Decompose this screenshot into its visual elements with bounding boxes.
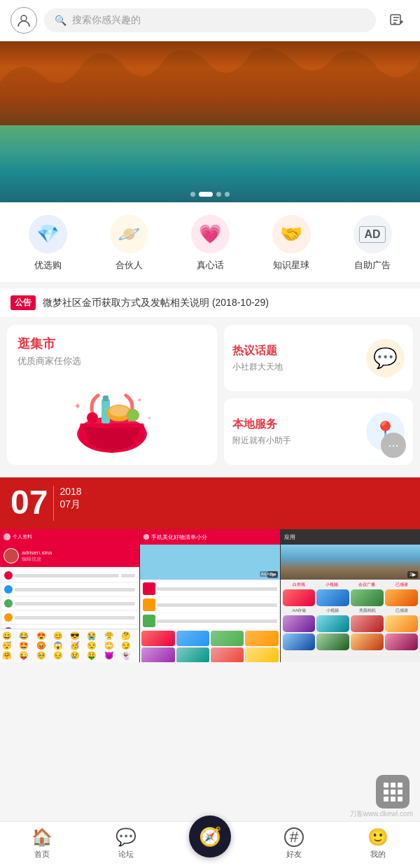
- search-icon: 🔍: [55, 15, 66, 26]
- profile-bar: adrisen.sina 编辑信息: [0, 545, 139, 567]
- nav-truth[interactable]: 💗 真心话: [191, 215, 230, 272]
- svg-rect-7: [103, 396, 108, 401]
- search-placeholder-text: 搜索你感兴趣的: [72, 14, 141, 27]
- local-service-info: 本地服务 附近就有小助手: [232, 417, 291, 447]
- knowledge-planet-label: 知识星球: [273, 259, 309, 272]
- feed-month-year: 2018 07月: [59, 486, 81, 511]
- screen2-list: [140, 580, 279, 662]
- watermark: 刀客www.dkewl.com: [349, 809, 413, 819]
- screen3-apps: 白类视 小视频 会议广播 已感谢 AA存储 小视频 美颜相机: [281, 580, 420, 662]
- nav-self-ad[interactable]: AD 自助广告: [354, 215, 392, 272]
- profile-icon: 🙂: [368, 827, 388, 847]
- fab-button[interactable]: [376, 775, 410, 808]
- right-cards-column: 热议话题 小社群大天地 💬 本地服务 附近就有小助手 📍 ···: [224, 325, 413, 465]
- partner-icon: 🪐: [110, 215, 148, 253]
- svg-text:✦: ✦: [147, 415, 152, 421]
- nav-profile-label: 我的: [370, 849, 386, 860]
- local-service-card[interactable]: 本地服务 附近就有小助手 📍 ···: [224, 398, 413, 465]
- nav-partner[interactable]: 🪐 合伙人: [110, 215, 148, 272]
- svg-point-11: [127, 409, 139, 421]
- nav-friends[interactable]: # 好友: [270, 827, 318, 860]
- nav-center-btn[interactable]: 🧭: [186, 830, 234, 858]
- nav-forum-label: 论坛: [118, 849, 134, 860]
- nav-forum[interactable]: 💬 论坛: [102, 827, 150, 860]
- compass-icon: 🧭: [199, 826, 221, 848]
- notice-tag: 公告: [10, 295, 36, 310]
- nav-home[interactable]: 🏠 首页: [18, 827, 66, 860]
- hero-banner[interactable]: [0, 41, 420, 202]
- nav-center-circle[interactable]: 🧭: [189, 816, 231, 858]
- notice-bar[interactable]: 公告 微梦社区金币获取方式及发帖相关说明 (2018-10-29): [0, 288, 420, 318]
- screenshot-panel-1: 个人资料 adrisen.sina 编辑信息: [0, 529, 139, 662]
- hot-topic-title: 热议话题: [232, 344, 283, 358]
- svg-text:✦: ✦: [74, 400, 82, 412]
- hot-topic-card[interactable]: 热议话题 小社群大天地 💬: [224, 325, 413, 391]
- hot-topic-icon: 💬: [366, 339, 405, 377]
- screenshot-header-2: 手机美化好物清单小分: [140, 529, 279, 545]
- banner-water-layer: [0, 125, 420, 202]
- local-service-title: 本地服务: [232, 417, 291, 432]
- partner-label: 合伙人: [115, 259, 143, 272]
- screenshot-panel-3: 应用 3▶ 白类视 小视频 会议广播 已感谢: [281, 529, 420, 662]
- svg-point-0: [21, 15, 27, 21]
- banner-dot-2: [199, 192, 213, 197]
- svg-point-9: [109, 405, 129, 416]
- market-card-subtitle: 优质商家任你选: [18, 355, 206, 368]
- screenshot-panel-2: 手机美化好物清单小分 3▶: [140, 529, 279, 662]
- local-service-subtitle: 附近就有小助手: [232, 435, 291, 447]
- feed-thumb-2[interactable]: 手机美化好物清单小分 3▶: [140, 529, 280, 662]
- nav-profile[interactable]: 🙂 我的: [354, 827, 402, 860]
- feed-day: 07: [10, 486, 48, 519]
- screenshot-header-1: 个人资料: [0, 529, 139, 545]
- feed-thumbnails: 个人资料 adrisen.sina 编辑信息: [0, 529, 420, 662]
- banner-dot-1: [190, 192, 195, 197]
- hot-topic-subtitle: 小社群大天地: [232, 361, 283, 373]
- friends-icon: #: [284, 827, 304, 847]
- cards-section: 逛集市 优质商家任你选: [0, 318, 420, 472]
- truth-label: 真心话: [197, 259, 224, 272]
- user-avatar[interactable]: [10, 7, 37, 34]
- screen3-img: 3▶: [281, 545, 420, 580]
- banner-image: [0, 41, 420, 202]
- feed-month: 07月: [59, 498, 81, 511]
- self-ad-icon: AD: [354, 215, 392, 253]
- feed-divider: [53, 486, 54, 521]
- nav-friends-label: 好友: [286, 849, 302, 860]
- more-button[interactable]: ···: [381, 433, 406, 458]
- banner-dot-3: [216, 192, 221, 197]
- self-ad-label: 自助广告: [354, 259, 391, 272]
- profile-content: [0, 567, 139, 629]
- preferred-shopping-label: 优选购: [34, 259, 62, 272]
- feed-year: 2018: [59, 486, 81, 497]
- feed-thumb-1[interactable]: 个人资料 adrisen.sina 编辑信息: [0, 529, 140, 662]
- notice-text: 微梦社区金币获取方式及发帖相关说明 (2018-10-29): [43, 297, 410, 309]
- search-bar[interactable]: 🔍 搜索你感兴趣的: [44, 8, 376, 32]
- banner-dot-4: [225, 192, 230, 197]
- ad-label: Ad ABra: [260, 571, 278, 577]
- nav-preferred-shopping[interactable]: 💎 优选购: [29, 215, 67, 272]
- feed-section: 07 2018 07月 个人资料 adrisen.sina 编辑信息: [0, 477, 420, 662]
- quick-nav-section: 💎 优选购 🪐 合伙人 💗 真心话 🤝 知识星球 AD 自助广告: [0, 202, 420, 283]
- feed-date: 07 2018 07月: [10, 486, 82, 521]
- banner-pagination: [190, 192, 230, 197]
- knowledge-planet-icon: 🤝: [272, 215, 311, 253]
- emoji-grid: 😀😂😍😊 😎😭😤🤔 😴🤩😡😱 🥳😒🙄😏 🤗😜🥺😔 😢🤑😈👻: [0, 629, 139, 662]
- market-card-title: 逛集市: [18, 335, 206, 352]
- feed-thumb-3[interactable]: 应用 3▶ 白类视 小视频 会议广播 已感谢: [281, 529, 420, 662]
- svg-point-10: [87, 412, 98, 424]
- bottom-nav: 🏠 首页 💬 论坛 🧭 # 好友 🙂 我的: [0, 821, 420, 868]
- svg-text:✦: ✦: [136, 396, 142, 404]
- hot-topic-info: 热议话题 小社群大天地: [232, 344, 283, 373]
- preferred-shopping-icon: 💎: [29, 215, 67, 253]
- feed-header: 07 2018 07月: [0, 477, 420, 529]
- market-card-image: ✦ ✦ ✦: [18, 371, 206, 462]
- truth-icon: 💗: [191, 215, 230, 253]
- app-header: 🔍 搜索你感兴趣的: [0, 0, 420, 41]
- edit-button[interactable]: [383, 7, 410, 34]
- market-card[interactable]: 逛集市 优质商家任你选: [7, 325, 217, 465]
- home-icon: 🏠: [31, 827, 52, 847]
- screenshot-header-3: 应用: [281, 529, 420, 545]
- nav-home-label: 首页: [34, 849, 50, 860]
- nav-knowledge-planet[interactable]: 🤝 知识星球: [272, 215, 311, 272]
- forum-icon: 💬: [115, 827, 136, 847]
